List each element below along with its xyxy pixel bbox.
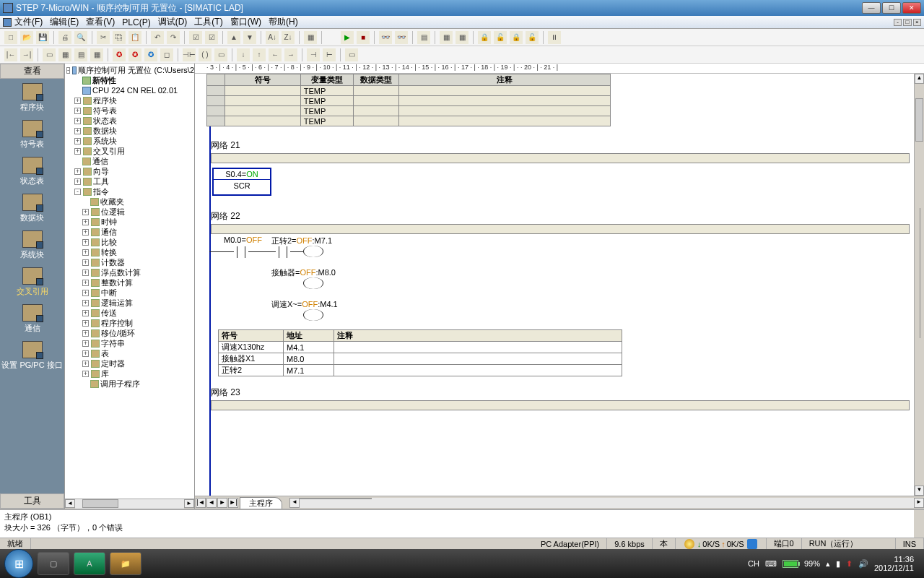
line-down-button[interactable]: ↓ — [237, 48, 250, 61]
cut-button[interactable]: ✂ — [97, 31, 110, 44]
line-up-button[interactable]: ↑ — [253, 48, 266, 61]
tree-item[interactable]: +定时器 — [66, 358, 194, 368]
expand-icon[interactable]: + — [74, 128, 81, 134]
monitor1-button[interactable]: 👓 — [379, 31, 392, 44]
force4-button[interactable]: 🔓 — [526, 31, 539, 44]
tab-prev-button[interactable]: ◄ — [206, 498, 217, 508]
net-button[interactable]: ▭ — [345, 48, 358, 61]
nav-item-7[interactable]: 设置 PG/PC 接口 — [0, 337, 64, 374]
expand-icon[interactable]: + — [82, 259, 89, 266]
expand-icon[interactable]: + — [82, 209, 89, 215]
tool-g-button[interactable]: ✪ — [113, 48, 126, 61]
tree-item[interactable]: +表 — [66, 348, 194, 358]
redo-button[interactable]: ↷ — [167, 31, 180, 44]
status1-button[interactable]: ▦ — [440, 31, 453, 44]
mdi-min-button[interactable]: - — [894, 19, 902, 26]
scroll-thumb[interactable] — [300, 498, 372, 499]
scroll-right-icon[interactable]: ► — [184, 499, 194, 508]
menu-plc[interactable]: PLC(P) — [122, 17, 150, 27]
mdi-restore-button[interactable]: □ — [903, 19, 911, 26]
tab-first-button[interactable]: |◄ — [196, 498, 206, 508]
expand-icon[interactable]: + — [82, 320, 89, 327]
nav-item-4[interactable]: 系统块 — [0, 226, 64, 263]
contact-button[interactable]: ⊣⊢ — [183, 48, 196, 61]
ladder-area[interactable]: 网络 21 S0.4=ON SCR 网络 22 M0.0=OFF 正转2=OFF… — [195, 126, 924, 496]
tool-b-button[interactable]: →| — [20, 48, 33, 61]
expand-icon[interactable]: + — [74, 98, 81, 104]
tool-h-button[interactable]: ✪ — [128, 48, 141, 61]
chart-button[interactable]: ▤ — [417, 31, 430, 44]
scroll-thumb[interactable] — [915, 98, 923, 142]
tree-item[interactable]: +转换 — [66, 247, 194, 257]
upload-button[interactable]: ▲ — [227, 31, 240, 44]
tray-keyboard-icon[interactable]: ⌨ — [765, 559, 777, 569]
tree-item[interactable]: CPU 224 CN REL 02.01 — [66, 85, 194, 95]
tree-item[interactable]: +交叉引用 — [66, 146, 194, 156]
tree-item[interactable]: +程序控制 — [66, 318, 194, 328]
coil-m41[interactable] — [303, 309, 323, 321]
coil-m71[interactable] — [303, 246, 323, 257]
minimize-button[interactable]: — — [862, 2, 881, 14]
preview-button[interactable]: 🔍 — [74, 31, 87, 44]
sort-desc-button[interactable]: Z↓ — [282, 31, 295, 44]
expand-icon[interactable]: + — [74, 148, 81, 155]
volume-icon[interactable]: 🔊 — [858, 559, 868, 569]
collapse-icon[interactable]: - — [66, 67, 70, 74]
expand-icon[interactable]: + — [74, 168, 81, 175]
tree-item[interactable]: +状态表 — [66, 116, 194, 126]
expand-icon[interactable]: + — [82, 300, 89, 306]
tree-item[interactable]: +工具 — [66, 176, 194, 186]
new-button[interactable]: □ — [4, 31, 17, 44]
expand-icon[interactable]: + — [82, 239, 89, 246]
tree-item[interactable]: +符号表 — [66, 105, 194, 116]
branch1-button[interactable]: ⊣ — [307, 48, 320, 61]
compileall-button[interactable]: ☑ — [205, 31, 218, 44]
system-tray[interactable]: CH ⌨ 99% ▴ ▮ ⬆ 🔊 11:36 2012/12/11 — [748, 555, 920, 572]
scr-box[interactable]: S0.4=ON SCR — [212, 168, 271, 196]
tree-item[interactable]: +移位/循环 — [66, 328, 194, 338]
status2-button[interactable]: ▦ — [456, 31, 468, 44]
tab-next-button[interactable]: ► — [217, 498, 227, 508]
scroll-up-icon[interactable]: ▲ — [915, 74, 924, 84]
undo-button[interactable]: ↶ — [151, 31, 164, 44]
taskbar-item-3[interactable]: 📁 — [110, 552, 141, 575]
line-left-button[interactable]: ← — [269, 48, 282, 61]
monitor2-button[interactable]: 👓 — [395, 31, 408, 44]
tree-item[interactable]: 收藏夹 — [66, 197, 194, 207]
start-button[interactable]: ⊞ — [4, 549, 33, 578]
nav-item-0[interactable]: 程序块 — [0, 79, 64, 116]
rung-22-2[interactable]: 接触器=OFF:M8.0 — [212, 270, 924, 289]
scroll-left-icon[interactable]: ◄ — [289, 498, 300, 508]
network-icon[interactable]: ⬆ — [846, 559, 853, 569]
expand-icon[interactable]: + — [82, 340, 89, 347]
close-button[interactable]: ✕ — [902, 2, 921, 14]
expand-icon[interactable]: + — [74, 118, 81, 124]
expand-icon[interactable]: + — [82, 361, 89, 367]
tool-e-button[interactable]: ▤ — [74, 48, 87, 61]
network-23-title[interactable]: 网络 23 — [211, 387, 924, 399]
coil-button[interactable]: ( ) — [199, 48, 212, 61]
mdi-close-button[interactable]: × — [913, 19, 921, 26]
tray-lang[interactable]: CH — [748, 559, 759, 568]
paste-button[interactable]: 📋 — [128, 31, 141, 44]
expand-icon[interactable]: + — [74, 108, 81, 114]
sort-asc-button[interactable]: A↓ — [266, 31, 279, 44]
tool-i-button[interactable]: ✪ — [144, 48, 157, 61]
tree-item[interactable]: +比较 — [66, 237, 194, 247]
network-21-comment[interactable] — [211, 153, 910, 163]
tree-item[interactable]: +通信 — [66, 227, 194, 237]
pause-button[interactable]: ⏸ — [548, 31, 561, 44]
nav-item-2[interactable]: 状态表 — [0, 152, 64, 189]
taskbar-item-1[interactable]: ▢ — [38, 552, 69, 575]
tree-item[interactable]: +传送 — [66, 308, 194, 318]
maximize-button[interactable]: ☐ — [882, 2, 901, 14]
collapse-icon[interactable]: - — [74, 189, 81, 195]
tool-d-button[interactable]: ▦ — [58, 48, 71, 61]
tool-c-button[interactable]: ▭ — [43, 48, 56, 61]
stop-button[interactable]: ■ — [357, 31, 370, 44]
expand-icon[interactable]: + — [82, 350, 89, 357]
coil-m80[interactable] — [303, 277, 323, 289]
expand-icon[interactable]: + — [82, 269, 89, 276]
open-button[interactable]: 📂 — [20, 31, 33, 44]
flag-icon[interactable]: ▮ — [836, 559, 840, 569]
